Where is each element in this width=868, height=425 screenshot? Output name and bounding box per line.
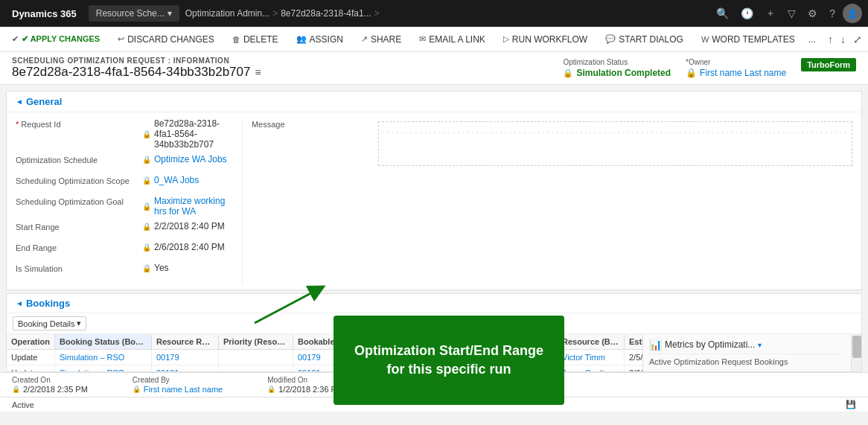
opt-schedule-label: Optimization Schedule <box>16 154 142 164</box>
created-by-label: Created By <box>133 376 223 384</box>
is-simulation-label: Is Simulation <box>16 263 142 273</box>
app-switcher[interactable]: Resource Sche... ▾ <box>89 5 179 22</box>
td-booking-status-1: Simulation – RSO <box>55 350 152 365</box>
word-templates-button[interactable]: W WORD TEMPLATES <box>695 31 801 48</box>
th-resource-req[interactable]: Resource Requ... <box>152 334 219 349</box>
booking-status-link-1[interactable]: Simulation – RSO <box>60 353 124 362</box>
th-priority[interactable]: Priority (Resou... <box>219 334 293 349</box>
created-by-link[interactable]: First name Last name <box>144 385 223 394</box>
end-range-row: End Range 🔒 2/6/2018 2:40 PM <box>16 242 233 258</box>
created-by-lock: 🔒 <box>133 386 141 393</box>
bookings-section-title: Bookings <box>26 298 70 309</box>
top-nav-icons: 🔍 🕐 ＋ ▽ ⚙ ? 👤 <box>712 4 862 23</box>
opt-schedule-value: 🔒 Optimize WA Jobs <box>142 154 233 164</box>
booking-status-link-2[interactable]: Simulation – RSO <box>60 368 124 371</box>
th-operation[interactable]: Operation <box>7 334 55 349</box>
message-textarea[interactable]: ........................................… <box>378 121 852 166</box>
td-op-1: Update <box>7 350 55 365</box>
resource-link-2[interactable]: Jorge Gault <box>562 368 604 371</box>
th-booking-status[interactable]: Booking Status (Bookable ... <box>55 334 152 349</box>
apply-changes-label: ✔ APPLY CHANGES <box>22 34 100 44</box>
delete-icon: 🗑 <box>232 35 240 44</box>
filter-icon[interactable]: ▽ <box>783 4 800 22</box>
record-header: SCHEDULING OPTIMIZATION REQUEST : INFORM… <box>0 52 868 85</box>
optimization-status-field: Optimization Status 🔒 Simulation Complet… <box>563 58 671 78</box>
discard-changes-button[interactable]: ↩ DISCARD CHANGES <box>112 31 220 48</box>
booking-details-label: Booking Details <box>18 319 74 328</box>
is-simulation-text: Yes <box>154 263 169 273</box>
metrics-dropdown-arrow[interactable]: ▾ <box>758 341 762 349</box>
word-templates-label: WORD TEMPLATES <box>712 34 795 45</box>
opt-goal-link[interactable]: Maximize working hrs for WA <box>154 196 233 217</box>
opt-scope-lock: 🔒 <box>142 176 151 185</box>
resource-req-link-2[interactable]: 00131 <box>156 368 179 371</box>
td-booking-status-2: Simulation – RSO <box>55 365 152 371</box>
td-resource-2: Jorge Gault <box>558 365 625 371</box>
owner-lock-icon: 🔒 <box>686 68 697 78</box>
record-title: 8e72d28a-2318-4fa1-8564-34bb33b2b707 ≡ <box>12 65 261 80</box>
email-icon: ✉ <box>419 34 426 44</box>
history-icon[interactable]: 🕐 <box>736 4 758 22</box>
expand-button[interactable]: ⤢ <box>850 32 865 47</box>
general-section: ◄ General Request Id 🔒 8e72d28a-2318-4fa… <box>6 91 862 290</box>
resource-req-link-1[interactable]: 00179 <box>156 353 179 362</box>
run-workflow-button[interactable]: ▷ RUN WORKFLOW <box>497 31 593 48</box>
up-arrow-button[interactable]: ↑ <box>825 32 836 47</box>
delete-button[interactable]: 🗑 DELETE <box>226 31 284 48</box>
settings-icon[interactable]: ⚙ <box>803 4 822 22</box>
bookings-toggle[interactable]: ◄ <box>16 299 23 307</box>
td-resource-req-1: 00179 <box>152 350 219 365</box>
opt-goal-lock: 🔒 <box>142 202 151 211</box>
td-resource-1: Victor Timm <box>558 350 625 365</box>
more-label: ... <box>808 34 816 45</box>
save-icon[interactable]: 💾 <box>846 400 856 409</box>
scrollbar-thumb[interactable] <box>852 336 861 358</box>
td-estimate-2: 2/6/... <box>625 365 642 371</box>
opt-schedule-row: Optimization Schedule 🔒 Optimize WA Jobs <box>16 154 233 170</box>
breadcrumb-item-2[interactable]: 8e72d28a-2318-4fa1... <box>281 8 371 19</box>
assign-icon: 👥 <box>296 34 307 44</box>
hamburger-icon[interactable]: ≡ <box>255 66 261 78</box>
message-row: Message ................................… <box>252 118 852 166</box>
apply-changes-button[interactable]: ✔ ✔ APPLY CHANGES <box>6 31 106 47</box>
start-range-row: Start Range 🔒 2/2/2018 2:40 PM <box>16 221 233 237</box>
search-icon[interactable]: 🔍 <box>712 4 733 22</box>
tooltip-text: Optimization Start/End Rangefor this spe… <box>342 330 555 391</box>
start-range-lock: 🔒 <box>142 223 151 231</box>
opt-scope-link[interactable]: 0_WA Jobs <box>154 175 199 185</box>
main-content: ◄ General Request Id 🔒 8e72d28a-2318-4fa… <box>0 85 868 412</box>
bookable-res-link-2[interactable]: 00131 <box>298 368 321 371</box>
breadcrumb-item-1[interactable]: Optimization Admin... <box>185 8 269 19</box>
email-link-button[interactable]: ✉ EMAIL A LINK <box>413 31 491 48</box>
discard-changes-label: DISCARD CHANGES <box>127 34 214 45</box>
opt-goal-row: Scheduling Optimization Goal 🔒 Maximize … <box>16 196 233 217</box>
record-type-label: SCHEDULING OPTIMIZATION REQUEST : INFORM… <box>12 57 261 65</box>
bookings-section-header: ◄ Bookings <box>7 294 861 313</box>
run-workflow-label: RUN WORKFLOW <box>512 34 587 45</box>
start-dialog-button[interactable]: 💬 START DIALOG <box>599 31 689 48</box>
owner-link[interactable]: First name Last name <box>700 68 786 78</box>
start-range-text: 2/2/2018 2:40 PM <box>154 221 225 231</box>
resource-link-1[interactable]: Victor Timm <box>562 353 605 362</box>
checkmark-icon: ✔ <box>12 34 19 44</box>
th-estimate[interactable]: Estima... <box>625 334 642 349</box>
request-id-lock: 🔒 <box>142 130 151 138</box>
add-icon[interactable]: ＋ <box>761 4 780 23</box>
opt-schedule-link[interactable]: Optimize WA Jobs <box>154 154 227 164</box>
user-avatar[interactable]: 👤 <box>843 4 862 23</box>
metrics-subtitle: Active Optimization Request Bookings <box>649 357 845 366</box>
help-icon[interactable]: ? <box>825 4 840 22</box>
delete-label: DELETE <box>243 34 278 45</box>
general-form-body: Request Id 🔒 8e72d28a-2318-4fa1-8564-34b… <box>7 112 861 290</box>
share-button[interactable]: ↗ SHARE <box>355 31 407 48</box>
more-button[interactable]: ... <box>802 31 822 48</box>
start-range-value: 🔒 2/2/2018 2:40 PM <box>142 221 233 231</box>
th-resource[interactable]: Resource (Boo... <box>558 334 625 349</box>
command-bar: ✔ ✔ APPLY CHANGES ↩ DISCARD CHANGES 🗑 DE… <box>0 27 868 52</box>
bookable-res-link-1[interactable]: 00179 <box>298 353 321 362</box>
booking-details-button[interactable]: Booking Details ▾ <box>13 316 86 330</box>
assign-button[interactable]: 👥 ASSIGN <box>290 31 349 48</box>
general-toggle[interactable]: ◄ <box>16 98 23 106</box>
scrollbar[interactable] <box>851 334 861 371</box>
down-arrow-button[interactable]: ↓ <box>837 32 849 47</box>
